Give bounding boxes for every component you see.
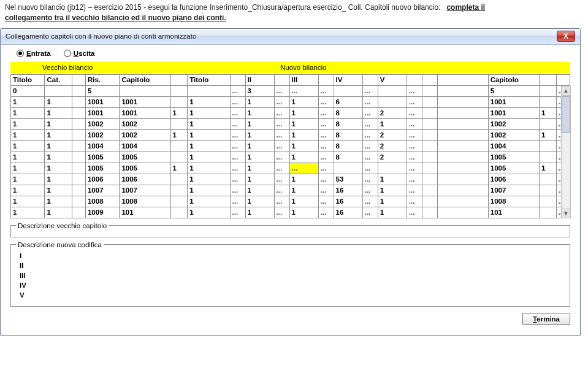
table-cell[interactable]: 1	[45, 129, 72, 140]
table-cell[interactable]: ...	[318, 129, 334, 140]
table-cell[interactable]: 5	[85, 85, 119, 96]
table-cell[interactable]: 1002	[120, 118, 170, 129]
table-cell[interactable]: ...	[362, 85, 378, 96]
table-cell[interactable]: ...	[274, 85, 289, 96]
table-cell[interactable]	[437, 174, 488, 185]
table-cell[interactable]	[72, 174, 85, 185]
table-cell[interactable]	[334, 85, 362, 96]
table-cell[interactable]: ...	[230, 185, 245, 196]
table-row[interactable]: 11100710071...1...1...16...1...1007...	[11, 185, 570, 196]
grid-scrollbar[interactable]: ▲ ▼	[561, 86, 571, 218]
table-cell[interactable]: 8	[334, 129, 362, 140]
table-cell[interactable]	[72, 129, 85, 140]
col-iv[interactable]: IV	[334, 74, 362, 85]
table-cell[interactable]: ...	[230, 163, 245, 174]
table-cell[interactable]: ...	[230, 196, 245, 207]
col-iii[interactable]: III	[289, 74, 318, 85]
col-v[interactable]: V	[378, 74, 407, 85]
table-cell[interactable]	[334, 163, 362, 174]
table-cell[interactable]: 1006	[120, 174, 170, 185]
col-cat[interactable]: Cat.	[45, 74, 72, 85]
table-cell[interactable]: 1	[378, 207, 407, 218]
table-cell[interactable]: 1	[45, 118, 72, 129]
table-cell[interactable]: 1001	[120, 96, 170, 107]
table-cell[interactable]: ...	[230, 107, 245, 118]
table-cell[interactable]: 1	[188, 140, 230, 152]
table-cell[interactable]	[422, 118, 437, 129]
table-cell[interactable]	[72, 96, 85, 107]
table-cell[interactable]	[539, 140, 556, 152]
table-cell[interactable]: ...	[318, 207, 334, 218]
table-cell[interactable]: 1	[11, 185, 45, 196]
table-cell[interactable]: 1	[245, 196, 274, 207]
table-cell[interactable]: 1005	[85, 163, 119, 174]
table-cell[interactable]: 0	[11, 85, 45, 96]
table-cell[interactable]	[170, 118, 188, 129]
radio-uscita[interactable]: Uscita	[64, 50, 95, 57]
table-cell[interactable]: ...	[318, 163, 334, 174]
table-cell[interactable]: 1	[289, 152, 318, 163]
table-cell[interactable]: 1001	[85, 96, 119, 107]
table-cell[interactable]: 1	[188, 129, 230, 140]
table-cell[interactable]: ...	[274, 207, 289, 218]
close-button[interactable]: X	[557, 31, 575, 42]
table-cell[interactable]: 101	[120, 207, 170, 218]
table-cell[interactable]: ...	[407, 107, 422, 118]
table-cell[interactable]: 16	[334, 207, 362, 218]
table-cell[interactable]	[422, 140, 437, 152]
table-cell[interactable]: ...	[362, 207, 378, 218]
table-cell[interactable]	[170, 96, 188, 107]
table-cell[interactable]	[378, 96, 407, 107]
table-cell[interactable]	[72, 118, 85, 129]
table-cell[interactable]: 1	[539, 163, 556, 174]
table-cell[interactable]: 1007	[488, 185, 539, 196]
table-cell[interactable]	[437, 140, 488, 152]
table-cell[interactable]: 1	[11, 96, 45, 107]
table-cell[interactable]	[170, 85, 188, 96]
table-cell[interactable]	[378, 85, 407, 96]
table-cell[interactable]: 1004	[488, 140, 539, 152]
table-cell[interactable]: 1008	[85, 196, 119, 207]
table-cell[interactable]	[437, 129, 488, 140]
table-cell[interactable]: ...	[318, 152, 334, 163]
table-cell[interactable]	[539, 85, 556, 96]
table-cell[interactable]: ...	[230, 85, 245, 96]
table-cell[interactable]: ...	[274, 129, 289, 140]
table-cell[interactable]: 1	[11, 207, 45, 218]
table-cell[interactable]: 2	[378, 129, 407, 140]
table-cell[interactable]: 1006	[85, 174, 119, 185]
scroll-up-icon[interactable]: ▲	[562, 86, 570, 96]
table-cell[interactable]	[188, 85, 230, 96]
table-row[interactable]: 11100810081...1...1...16...1...1008...	[11, 196, 570, 207]
table-cell[interactable]: ...	[362, 185, 378, 196]
col-ii[interactable]: II	[245, 74, 274, 85]
table-cell[interactable]: ...	[407, 185, 422, 196]
table-cell[interactable]: ...	[318, 185, 334, 196]
table-cell[interactable]	[72, 207, 85, 218]
table-cell[interactable]: 6	[334, 96, 362, 107]
table-cell[interactable]: 3	[245, 85, 274, 96]
table-cell[interactable]: ...	[407, 129, 422, 140]
table-cell[interactable]: 1	[289, 196, 318, 207]
table-cell[interactable]: ...	[318, 118, 334, 129]
table-cell[interactable]: 101	[488, 207, 539, 218]
table-cell[interactable]: 1001	[488, 96, 539, 107]
table-cell[interactable]: 1001	[120, 107, 170, 118]
table-cell[interactable]	[422, 152, 437, 163]
table-row[interactable]: 1110091011...1...1...16...1...101...	[11, 207, 570, 218]
table-cell[interactable]	[539, 196, 556, 207]
scroll-down-icon[interactable]: ▼	[562, 209, 570, 218]
table-cell[interactable]: 2	[378, 152, 407, 163]
table-cell[interactable]: ...	[318, 196, 334, 207]
col-capitolo[interactable]: Capitolo	[120, 74, 170, 85]
table-row[interactable]: 11100210021...1...1...8...1...1002...	[11, 118, 570, 129]
table-cell[interactable]: 1	[188, 118, 230, 129]
table-cell[interactable]: ...	[407, 152, 422, 163]
table-cell[interactable]: 1	[170, 163, 188, 174]
table-cell[interactable]	[170, 140, 188, 152]
table-cell[interactable]: 8	[334, 107, 362, 118]
table-cell[interactable]: 1002	[85, 129, 119, 140]
col-titolo[interactable]: Titolo	[11, 74, 45, 85]
table-cell[interactable]	[422, 85, 437, 96]
table-cell[interactable]: 1007	[85, 185, 119, 196]
